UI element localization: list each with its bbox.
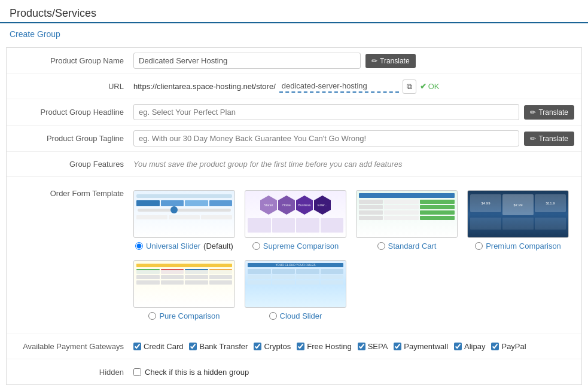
product-group-name-input[interactable]: [133, 53, 361, 69]
gateway-sepa: SEPA: [358, 342, 388, 351]
gateway-paypal-label: PayPal: [501, 342, 526, 351]
features-row: Group Features You must save the product…: [7, 152, 581, 177]
gateway-bt-checkbox[interactable]: [189, 343, 197, 350]
gateway-crypto-checkbox[interactable]: [254, 343, 261, 350]
headline-row: Product Group Headline ✏ Translate: [7, 99, 581, 126]
gateway-alipay-label: Alipay: [464, 342, 485, 351]
gateway-cc: Credit Card: [133, 342, 183, 351]
gateway-pw-checkbox[interactable]: [394, 343, 401, 350]
gateway-paypal: PayPal: [491, 342, 526, 351]
template-standard-label: Standard Cart: [377, 242, 437, 250]
template-pure-radio[interactable]: [148, 312, 156, 320]
order-form-label: Order Form Template: [14, 184, 133, 198]
gateway-cc-label: Credit Card: [144, 342, 183, 351]
pencil-icon-headline: ✏: [530, 108, 536, 117]
copy-icon: ⧉: [407, 82, 412, 91]
tagline-row: Product Group Tagline ✏ Translate: [7, 126, 581, 152]
url-ok-status: ✔ OK: [420, 82, 440, 91]
gateway-sepa-label: SEPA: [368, 342, 388, 351]
translate-button-name[interactable]: ✏ Translate: [365, 54, 416, 68]
thumb-pure: [133, 260, 235, 308]
gateway-alipay: Alipay: [454, 342, 485, 351]
thumb-cloud: YOUR CLOUD YOUR RULES: [245, 260, 346, 308]
thumb-supreme: Starter Home Business Enter...: [245, 190, 346, 238]
template-pure: Pure Comparison: [133, 260, 235, 320]
gateway-bt: Bank Transfer: [189, 342, 248, 351]
hidden-content: Check if this is a hidden group: [133, 368, 574, 377]
tagline-label: Product Group Tagline: [14, 134, 133, 143]
page-header: Products/Services: [0, 0, 588, 23]
template-cloud: YOUR CLOUD YOUR RULES: [245, 260, 346, 320]
features-label: Group Features: [14, 160, 133, 169]
gateway-cc-checkbox[interactable]: [133, 343, 141, 350]
product-group-name-label: Product Group Name: [14, 56, 133, 65]
pencil-icon-tagline: ✏: [530, 135, 536, 143]
gateway-crypto: Cryptos: [254, 342, 291, 351]
thumb-standard: [356, 190, 458, 238]
template-universal-default: (Default): [203, 242, 233, 250]
hidden-note: Check if this is a hidden group: [145, 368, 249, 377]
template-pure-label: Pure Comparison: [148, 311, 220, 320]
url-base: https://clientarea.space-hosting.net/sto…: [133, 82, 276, 91]
template-supreme: Starter Home Business Enter... Supreme C: [245, 190, 346, 250]
template-universal-label: Universal Slider (Default): [135, 242, 233, 250]
thumb-premium: $4.99 $7.99 $11.9: [467, 190, 569, 238]
template-premium: $4.99 $7.99 $11.9 Premium Comparison: [467, 190, 569, 250]
gateway-fh-label: Free Hosting: [307, 342, 351, 351]
translate-button-headline[interactable]: ✏ Translate: [524, 105, 574, 120]
tagline-input[interactable]: [133, 130, 519, 146]
template-standard: Standard Cart: [356, 190, 458, 250]
template-universal: Universal Slider (Default): [133, 190, 235, 250]
form-container: Product Group Name ✏ Translate URL https…: [6, 47, 582, 385]
url-label: URL: [14, 82, 133, 91]
breadcrumb: Create Group: [0, 26, 588, 42]
template-premium-name: Premium Comparison: [486, 242, 561, 250]
template-premium-label: Premium Comparison: [475, 242, 561, 250]
hidden-row: Hidden Check if this is a hidden group: [7, 359, 581, 384]
translate-button-tagline[interactable]: ✏ Translate: [524, 132, 574, 146]
thumb-universal: [133, 190, 235, 238]
url-copy-button[interactable]: ⧉: [403, 80, 416, 94]
template-pure-name: Pure Comparison: [159, 311, 220, 320]
gateway-bt-label: Bank Transfer: [199, 342, 248, 351]
template-universal-radio[interactable]: [135, 242, 143, 250]
payment-gateways-label: Available Payment Gateways: [14, 342, 133, 351]
url-slug-input[interactable]: [279, 80, 399, 93]
template-grid: Universal Slider (Default) Starter Home …: [133, 184, 574, 326]
template-cloud-name: Cloud Slider: [280, 311, 322, 320]
order-form-template-row: Order Form Template: [7, 177, 581, 334]
template-universal-name: Universal Slider: [146, 242, 200, 250]
payment-gateways-row: Available Payment Gateways Credit Card B…: [7, 334, 581, 359]
gateway-pw: Paymentwall: [394, 342, 448, 351]
gateway-crypto-label: Cryptos: [264, 342, 291, 351]
gateway-fh-checkbox[interactable]: [297, 343, 304, 350]
check-icon: ✔: [420, 82, 426, 91]
gateways-list: Credit Card Bank Transfer Cryptos Free H…: [133, 342, 574, 351]
template-supreme-label: Supreme Comparison: [252, 242, 339, 250]
template-standard-name: Standard Cart: [388, 242, 437, 250]
gateway-sepa-checkbox[interactable]: [358, 343, 365, 350]
pencil-icon: ✏: [371, 57, 377, 65]
template-standard-radio[interactable]: [377, 242, 385, 250]
headline-input[interactable]: [133, 104, 519, 120]
hidden-checkbox[interactable]: [133, 368, 141, 376]
template-cloud-radio[interactable]: [269, 312, 277, 320]
gateway-alipay-checkbox[interactable]: [454, 343, 462, 350]
hidden-label: Hidden: [14, 368, 133, 377]
url-content: https://clientarea.space-hosting.net/sto…: [133, 80, 574, 94]
template-premium-radio[interactable]: [475, 242, 483, 250]
gateway-fh: Free Hosting: [297, 342, 351, 351]
template-supreme-radio[interactable]: [252, 242, 260, 250]
features-note: You must save the product group for the …: [133, 160, 402, 169]
page-title: Products/Services: [10, 7, 578, 20]
url-row: URL https://clientarea.space-hosting.net…: [7, 74, 581, 99]
template-supreme-name: Supreme Comparison: [263, 242, 339, 250]
gateway-pw-label: Paymentwall: [404, 342, 448, 351]
template-cloud-label: Cloud Slider: [269, 311, 322, 320]
product-group-name-row: Product Group Name ✏ Translate: [7, 48, 581, 74]
headline-label: Product Group Headline: [14, 108, 133, 117]
gateway-paypal-checkbox[interactable]: [491, 343, 499, 350]
